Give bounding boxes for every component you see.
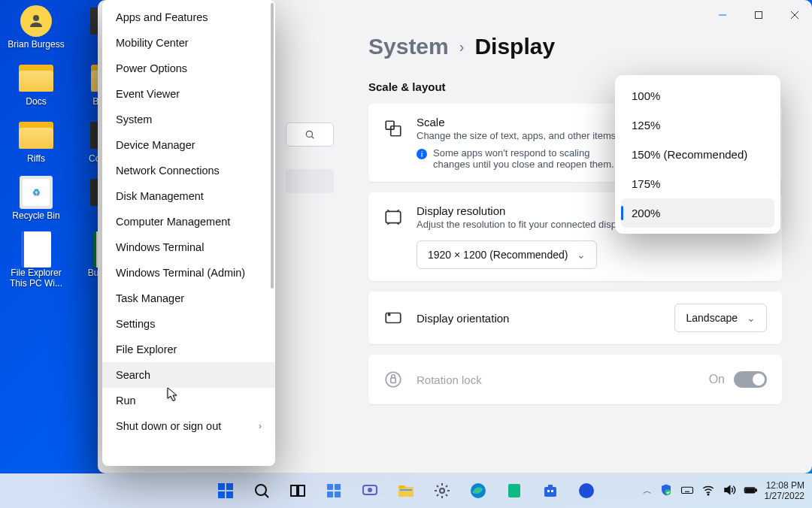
- winx-item-label: File Explorer: [116, 343, 177, 355]
- chat-icon[interactable]: [355, 476, 385, 506]
- svg-rect-23: [335, 484, 341, 490]
- tray-overflow-icon[interactable]: ︿: [643, 485, 652, 497]
- desktop-icon-folder[interactable]: Riffs: [6, 120, 66, 164]
- svg-rect-33: [508, 484, 520, 497]
- svg-rect-24: [327, 491, 333, 497]
- svg-point-11: [389, 314, 390, 316]
- scale-icon: [383, 119, 403, 141]
- chevron-down-icon: ⌄: [747, 312, 756, 324]
- svg-point-38: [579, 483, 594, 498]
- svg-rect-37: [551, 490, 553, 492]
- scale-option[interactable]: 125%: [621, 110, 774, 140]
- svg-point-18: [256, 485, 266, 495]
- store-icon[interactable]: [535, 476, 565, 506]
- scale-option[interactable]: 150% (Recommended): [621, 140, 774, 169]
- desktop-icon-recycle-bin[interactable]: ♻ Recycle Bin: [6, 177, 66, 221]
- settings-content: System › Display Scale & layout Scale Ch…: [368, 34, 782, 458]
- svg-rect-2: [756, 12, 762, 19]
- close-button[interactable]: [777, 0, 812, 30]
- winx-item[interactable]: Shut down or sign out›: [102, 413, 275, 439]
- chevron-right-icon: ›: [459, 38, 465, 56]
- scale-dropdown: 100%125%150% (Recommended)175%200%: [615, 75, 780, 234]
- orientation-icon: [383, 308, 403, 331]
- app-icon[interactable]: [499, 476, 529, 506]
- orientation-value: Landscape: [686, 312, 738, 324]
- winx-item-label: Event Viewer: [116, 88, 180, 100]
- desktop-icon-document[interactable]: File Explorer This PC Wi...: [6, 234, 66, 289]
- page-title: Display: [474, 34, 555, 59]
- svg-point-0: [33, 15, 39, 21]
- winx-item-label: Power Options: [116, 62, 187, 74]
- orientation-card: Display orientation Landscape ⌄: [368, 292, 782, 344]
- start-button[interactable]: [211, 476, 241, 506]
- window-controls: [705, 0, 812, 30]
- taskbar-search-icon[interactable]: [247, 476, 277, 506]
- resolution-select[interactable]: 1920 × 1200 (Recommended) ⌄: [417, 240, 597, 269]
- winx-item[interactable]: Computer Management: [102, 209, 275, 234]
- resolution-icon: [383, 207, 403, 230]
- winx-item-label: Search: [116, 369, 150, 381]
- svg-rect-36: [547, 490, 550, 492]
- rotation-lock-toggle[interactable]: [734, 371, 767, 388]
- winx-item[interactable]: Disk Management: [102, 183, 275, 209]
- svg-rect-40: [681, 487, 692, 493]
- breadcrumb: System › Display: [368, 34, 782, 59]
- winx-item-label: Network Connections: [116, 165, 220, 177]
- desktop-icon-label: Docs: [26, 96, 46, 107]
- winx-item[interactable]: Run: [102, 388, 275, 413]
- winx-item[interactable]: File Explorer: [102, 337, 275, 362]
- desktop-icon-label: File Explorer This PC Wi...: [6, 268, 66, 289]
- svg-rect-14: [218, 483, 225, 490]
- desktop-icon-folder[interactable]: Docs: [6, 63, 66, 107]
- maximize-button[interactable]: [741, 0, 776, 30]
- winx-item[interactable]: Windows Terminal: [102, 234, 275, 260]
- rotation-lock-state: On: [709, 373, 725, 386]
- svg-rect-48: [755, 489, 756, 491]
- scale-option[interactable]: 100%: [621, 81, 774, 110]
- winx-item[interactable]: Event Viewer: [102, 81, 275, 107]
- file-explorer-icon[interactable]: [391, 476, 421, 506]
- minimize-button[interactable]: [705, 0, 740, 30]
- winx-item[interactable]: Search: [102, 362, 275, 388]
- orientation-select[interactable]: Landscape ⌄: [674, 304, 767, 332]
- wifi-icon[interactable]: [701, 483, 715, 499]
- scale-option[interactable]: 175%: [621, 169, 774, 198]
- tray-time: 12:08 PM: [765, 480, 804, 491]
- winx-item[interactable]: System: [102, 107, 275, 132]
- svg-rect-34: [544, 487, 556, 497]
- edge-icon[interactable]: [463, 476, 493, 506]
- scrollbar[interactable]: [271, 3, 274, 463]
- winx-item[interactable]: Network Connections: [102, 158, 275, 183]
- winx-item[interactable]: Windows Terminal (Admin): [102, 260, 275, 286]
- task-view-icon[interactable]: [283, 476, 313, 506]
- settings-icon[interactable]: [427, 476, 457, 506]
- svg-rect-8: [391, 126, 401, 136]
- breadcrumb-root[interactable]: System: [368, 34, 449, 59]
- winx-item[interactable]: Power Options: [102, 56, 275, 81]
- battery-icon[interactable]: [744, 483, 757, 499]
- tray-date: 1/27/2022: [765, 491, 804, 501]
- winx-item-label: Shut down or sign out: [116, 420, 221, 432]
- sidebar-item-system[interactable]: [286, 169, 334, 193]
- scale-option[interactable]: 200%: [621, 198, 774, 228]
- security-icon[interactable]: [659, 483, 673, 499]
- svg-rect-29: [398, 485, 405, 488]
- winx-item[interactable]: Mobility Center: [102, 30, 275, 56]
- winx-item[interactable]: Settings: [102, 311, 275, 337]
- desktop-background: Brian Burgess Docs Riffs ♻ Recycle Bin F…: [0, 0, 812, 508]
- search-input[interactable]: [286, 122, 334, 147]
- winx-item[interactable]: Task Manager: [102, 286, 275, 311]
- keyboard-icon[interactable]: [680, 483, 694, 499]
- svg-point-27: [368, 488, 371, 491]
- desktop-icon-label: Riffs: [27, 153, 45, 164]
- clock[interactable]: 12:08 PM 1/27/2022: [765, 480, 804, 502]
- winx-item[interactable]: Device Manager: [102, 132, 275, 158]
- taskbar: ︿ 12:08 PM 1/27/2022: [0, 473, 812, 508]
- mouse-cursor: [167, 387, 179, 402]
- svg-rect-16: [218, 491, 225, 498]
- volume-icon[interactable]: [723, 483, 736, 499]
- widgets-icon[interactable]: [319, 476, 349, 506]
- desktop-icon-user[interactable]: Brian Burgess: [6, 6, 66, 50]
- app-icon[interactable]: [571, 476, 601, 506]
- winx-item[interactable]: Apps and Features: [102, 5, 275, 30]
